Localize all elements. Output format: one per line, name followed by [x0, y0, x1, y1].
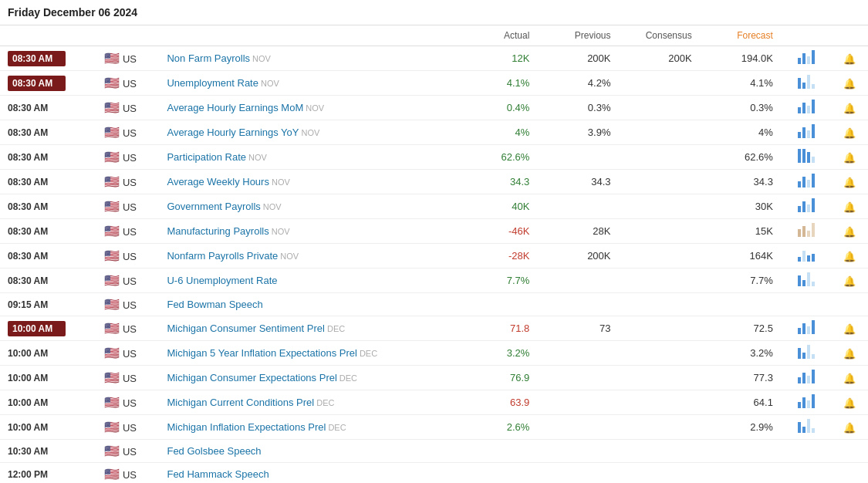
time-cell: 08:30 AM — [0, 145, 96, 170]
country-name: US — [123, 226, 137, 238]
chart-cell[interactable] — [781, 390, 832, 415]
forecast-cell: 64.1 — [700, 390, 781, 415]
previous-cell — [537, 145, 618, 170]
country-cell: 🇺🇸US — [96, 145, 160, 170]
event-name[interactable]: Nonfarm Payrolls Private — [167, 250, 278, 262]
chart-cell[interactable] — [781, 71, 832, 96]
flag-icon: 🇺🇸 — [104, 175, 120, 188]
country-name: US — [123, 323, 137, 335]
consensus-cell — [619, 170, 700, 194]
table-row: 08:30 AM🇺🇸USAverage Weekly HoursNOV34.33… — [0, 170, 868, 194]
previous-value: 28K — [593, 225, 610, 237]
previous-cell — [537, 390, 618, 415]
event-name[interactable]: Michigan Inflation Expectations Prel — [167, 421, 326, 433]
chart-cell[interactable] — [781, 341, 832, 366]
bell-icon[interactable]: 🔔 — [843, 397, 856, 409]
previous-cell: 200K — [537, 244, 618, 269]
bell-cell[interactable]: 🔔 — [832, 219, 868, 244]
bell-cell[interactable]: 🔔 — [832, 96, 868, 120]
event-name[interactable]: Non Farm Payrolls — [167, 52, 250, 64]
bell-icon[interactable]: 🔔 — [843, 103, 856, 114]
bell-cell[interactable]: 🔔 — [832, 145, 868, 170]
time-cell: 10:00 AM — [0, 316, 96, 341]
chart-cell[interactable] — [781, 293, 832, 316]
event-name[interactable]: Unemployment Rate — [167, 77, 258, 89]
chart-cell[interactable] — [781, 46, 832, 71]
economic-calendar-table: Actual Previous Consensus Forecast 08:30… — [0, 25, 868, 483]
event-name[interactable]: Manufacturing Payrolls — [167, 225, 269, 237]
table-row: 10:00 AM🇺🇸USMichigan Consumer Expectatio… — [0, 366, 868, 390]
bell-icon: 🔔 — [843, 177, 856, 188]
country-cell: 🇺🇸US — [96, 415, 160, 440]
chart-cell[interactable] — [781, 145, 832, 170]
event-name[interactable]: Fed Hammack Speech — [167, 468, 269, 480]
bell-cell[interactable]: 🔔 — [832, 316, 868, 341]
bell-cell[interactable]: 🔔 — [832, 120, 868, 145]
chart-cell[interactable] — [781, 463, 832, 484]
bell-icon: 🔔 — [843, 422, 856, 434]
bell-cell[interactable]: 🔔 — [832, 366, 868, 390]
event-name[interactable]: Participation Rate — [167, 151, 246, 163]
chart-cell[interactable] — [781, 120, 832, 145]
chart-cell[interactable] — [781, 219, 832, 244]
chart-cell[interactable] — [781, 316, 832, 341]
event-cell: Average Hourly Earnings YoYNOV — [159, 120, 456, 145]
actual-cell: 62.6% — [456, 145, 537, 170]
previous-cell: 34.3 — [537, 170, 618, 194]
event-name[interactable]: U-6 Unemployment Rate — [167, 275, 277, 286]
event-name[interactable]: Fed Bowman Speech — [167, 299, 262, 310]
event-name[interactable]: Government Payrolls — [167, 201, 260, 212]
chart-cell[interactable] — [781, 194, 832, 219]
bell-icon[interactable]: 🔔 — [843, 226, 856, 238]
consensus-cell — [619, 244, 700, 269]
previous-cell — [537, 463, 618, 484]
actual-cell: 40K — [456, 194, 537, 219]
country-name: US — [123, 422, 137, 434]
event-name[interactable]: Average Hourly Earnings MoM — [167, 102, 303, 113]
chart-cell[interactable] — [781, 440, 832, 463]
event-name[interactable]: Michigan 5 Year Inflation Expectations P… — [167, 347, 356, 359]
flag-icon: 🇺🇸 — [104, 346, 120, 360]
mini-chart-icon — [798, 198, 815, 212]
country-cell: 🇺🇸US — [96, 71, 160, 96]
chart-cell[interactable] — [781, 269, 832, 293]
bell-icon[interactable]: 🔔 — [843, 53, 856, 65]
event-cell: Government PayrollsNOV — [159, 194, 456, 219]
mini-chart-icon — [798, 174, 815, 187]
event-cell: Participation RateNOV — [159, 145, 456, 170]
event-name[interactable]: Michigan Consumer Expectations Prel — [167, 372, 336, 383]
chart-cell[interactable] — [781, 366, 832, 390]
event-name[interactable]: Fed Golsbee Speech — [167, 445, 261, 457]
actual-cell: 12K — [456, 46, 537, 71]
flag-icon: 🇺🇸 — [104, 225, 120, 238]
chart-cell[interactable] — [781, 415, 832, 440]
bell-cell[interactable]: 🔔 — [832, 46, 868, 71]
chart-cell[interactable] — [781, 170, 832, 194]
actual-cell: 63.9 — [456, 390, 537, 415]
event-period: DEC — [360, 349, 377, 358]
bell-icon[interactable]: 🔔 — [843, 78, 856, 90]
time-cell: 10:00 AM — [0, 341, 96, 366]
country-cell: 🇺🇸US — [96, 46, 160, 71]
bell-icon[interactable]: 🔔 — [843, 152, 856, 164]
event-name[interactable]: Michigan Current Conditions Prel — [167, 397, 314, 408]
bell-icon[interactable]: 🔔 — [843, 323, 856, 335]
event-period: NOV — [263, 202, 282, 211]
event-name[interactable]: Average Weekly Hours — [167, 176, 269, 187]
forecast-cell: 0.3% — [700, 96, 781, 120]
bell-cell[interactable]: 🔔 — [832, 390, 868, 415]
actual-value: 62.6% — [501, 151, 529, 163]
bell-icon[interactable]: 🔔 — [843, 127, 856, 139]
bell-icon[interactable]: 🔔 — [843, 373, 856, 384]
table-row: 08:30 AM🇺🇸USU-6 Unemployment Rate7.7%7.7… — [0, 269, 868, 293]
previous-cell — [537, 415, 618, 440]
bell-cell: 🔔 — [832, 170, 868, 194]
event-name[interactable]: Michigan Consumer Sentiment Prel — [167, 323, 324, 334]
forecast-cell — [700, 463, 781, 484]
bell-cell[interactable]: 🔔 — [832, 71, 868, 96]
previous-value: 200K — [587, 250, 610, 262]
event-name[interactable]: Average Hourly Earnings YoY — [167, 127, 299, 138]
chart-cell[interactable] — [781, 244, 832, 269]
forecast-value: 72.5 — [754, 323, 773, 334]
chart-cell[interactable] — [781, 96, 832, 120]
